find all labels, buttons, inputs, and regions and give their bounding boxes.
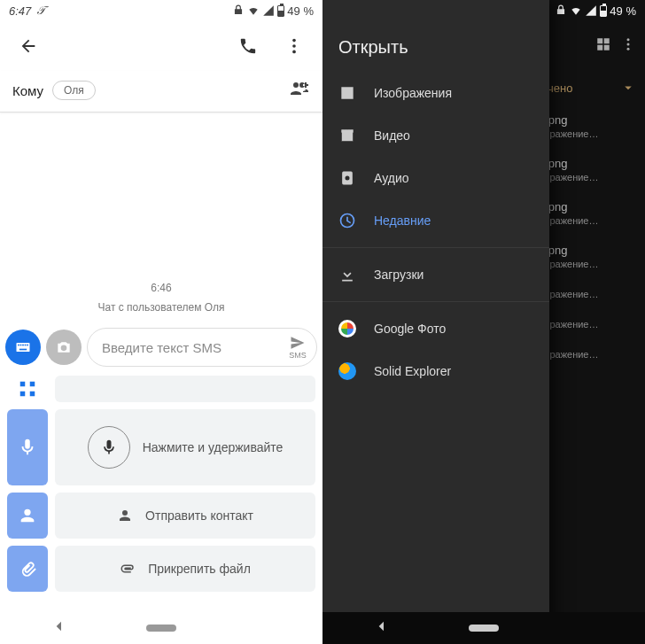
more-vert-icon bbox=[284, 36, 304, 56]
wifi-icon bbox=[570, 4, 582, 17]
send-button[interactable]: SMS bbox=[288, 335, 307, 360]
camera-button[interactable] bbox=[46, 330, 82, 365]
nav-home-button[interactable] bbox=[146, 625, 176, 632]
file-item[interactable]: ображение… bbox=[539, 338, 645, 369]
attachment-icon bbox=[18, 559, 37, 578]
grid-icon bbox=[595, 36, 611, 52]
send-contact-label: Отправить контакт bbox=[145, 508, 253, 523]
drawer-item-google-photos[interactable]: Google Фото bbox=[322, 307, 549, 350]
attachment-icon bbox=[120, 561, 136, 577]
send-contact-button[interactable]: Отправить контакт bbox=[55, 493, 315, 539]
svg-point-0 bbox=[292, 39, 296, 43]
message-timestamp: 6:46 bbox=[151, 282, 171, 294]
drawer-item-solid-explorer[interactable]: Solid Explorer bbox=[322, 350, 549, 392]
file-item[interactable]: 5.pngображение… bbox=[539, 105, 645, 148]
svg-rect-3 bbox=[17, 343, 30, 352]
system-navbar bbox=[0, 612, 322, 644]
solid-explorer-icon bbox=[338, 362, 356, 380]
drawer-item-video[interactable]: Видео bbox=[322, 114, 549, 157]
messages-screen: 6:47 𝒯 49 % Кому Оля 6:46 Чат bbox=[0, 0, 322, 644]
svg-rect-6 bbox=[22, 345, 24, 346]
recent-icon bbox=[338, 212, 356, 229]
battery-percent: 49 % bbox=[610, 4, 636, 18]
chevron-down-icon bbox=[620, 80, 636, 96]
battery-icon bbox=[600, 5, 607, 17]
svg-rect-17 bbox=[604, 45, 610, 50]
drawer-item-downloads[interactable]: Загрузки bbox=[322, 253, 549, 296]
svg-rect-10 bbox=[20, 382, 26, 387]
file-item[interactable]: 5.pngображение… bbox=[539, 235, 645, 278]
add-recipient-button[interactable] bbox=[289, 78, 310, 103]
svg-rect-11 bbox=[30, 382, 35, 387]
back-button[interactable] bbox=[11, 28, 46, 64]
send-icon bbox=[288, 335, 307, 351]
keyboard-toggle-button[interactable] bbox=[5, 330, 41, 365]
svg-rect-15 bbox=[604, 38, 610, 43]
nav-back-button[interactable] bbox=[375, 619, 389, 637]
apps-icon bbox=[18, 379, 37, 399]
to-label: Кому bbox=[12, 83, 43, 98]
video-icon bbox=[338, 127, 356, 144]
svg-point-19 bbox=[627, 43, 630, 46]
svg-rect-12 bbox=[20, 392, 26, 397]
signal-icon bbox=[262, 4, 275, 17]
svg-rect-7 bbox=[25, 345, 27, 346]
file-item[interactable]: 3.pngображение… bbox=[539, 191, 645, 235]
drawer-item-audio[interactable]: Аудио bbox=[322, 157, 549, 199]
attach-tab-contact[interactable] bbox=[7, 493, 48, 539]
svg-rect-9 bbox=[19, 349, 27, 351]
person-icon bbox=[117, 508, 133, 524]
file-list-partial: чено 5.pngображение…8.pngображение…3.png… bbox=[539, 71, 645, 369]
attach-file-button[interactable]: Прикрепить файл bbox=[55, 546, 315, 592]
download-icon bbox=[338, 266, 356, 283]
attachment-panel: Нажмите и удерживайте Отправить контакт … bbox=[0, 376, 322, 599]
svg-rect-5 bbox=[20, 345, 22, 346]
drawer-item-recent[interactable]: Недавние bbox=[322, 199, 549, 242]
image-icon bbox=[338, 84, 356, 102]
message-placeholder: Введите текст SMS bbox=[102, 340, 288, 355]
picker-toolbar bbox=[558, 21, 645, 71]
conversation-area: 6:46 Чат с пользователем Оля bbox=[0, 113, 322, 321]
person-icon bbox=[18, 506, 37, 525]
system-navbar bbox=[322, 612, 645, 644]
voice-record-button[interactable]: Нажмите и удерживайте bbox=[55, 409, 315, 485]
arrow-back-icon bbox=[19, 36, 38, 56]
vpn-icon bbox=[232, 4, 245, 17]
status-time: 6:47 bbox=[9, 4, 31, 18]
nav-back-icon bbox=[52, 619, 66, 633]
battery-icon bbox=[277, 5, 284, 17]
svg-point-1 bbox=[292, 44, 296, 48]
send-mode-label: SMS bbox=[289, 351, 307, 360]
attach-tab-voice[interactable] bbox=[7, 409, 48, 485]
chat-with-label: Чат с пользователем Оля bbox=[97, 301, 224, 314]
attach-tab-gallery[interactable] bbox=[7, 376, 48, 402]
svg-rect-14 bbox=[597, 38, 602, 43]
sort-header[interactable]: чено bbox=[539, 71, 645, 105]
nav-home-button[interactable] bbox=[469, 625, 499, 632]
svg-rect-16 bbox=[597, 45, 602, 50]
overflow-button[interactable] bbox=[620, 36, 636, 56]
drawer-item-image[interactable]: Изображения bbox=[322, 72, 549, 114]
file-item[interactable]: ображение… bbox=[539, 308, 645, 338]
nav-back-button[interactable] bbox=[52, 619, 66, 637]
recipient-chip[interactable]: Оля bbox=[52, 81, 96, 100]
file-item[interactable]: 8.pngображение… bbox=[539, 148, 645, 191]
view-grid-button[interactable] bbox=[595, 36, 611, 56]
overflow-button[interactable] bbox=[276, 28, 312, 64]
call-button[interactable] bbox=[230, 28, 266, 64]
wifi-icon bbox=[247, 4, 260, 17]
message-input[interactable]: Введите текст SMS SMS bbox=[87, 328, 317, 367]
svg-point-20 bbox=[627, 48, 630, 50]
recipient-row: Кому Оля bbox=[0, 71, 322, 113]
group-add-icon bbox=[289, 78, 310, 99]
svg-rect-4 bbox=[18, 345, 19, 346]
svg-point-18 bbox=[627, 38, 630, 41]
phone-icon bbox=[238, 36, 258, 56]
attach-tab-file[interactable] bbox=[7, 546, 48, 592]
svg-rect-21 bbox=[341, 129, 353, 132]
svg-rect-13 bbox=[30, 392, 35, 397]
status-bar: 6:47 𝒯 49 % bbox=[0, 0, 322, 21]
svg-rect-8 bbox=[27, 345, 28, 346]
attach-file-label: Прикрепить файл bbox=[148, 562, 251, 576]
file-item[interactable]: ображение… bbox=[539, 278, 645, 308]
